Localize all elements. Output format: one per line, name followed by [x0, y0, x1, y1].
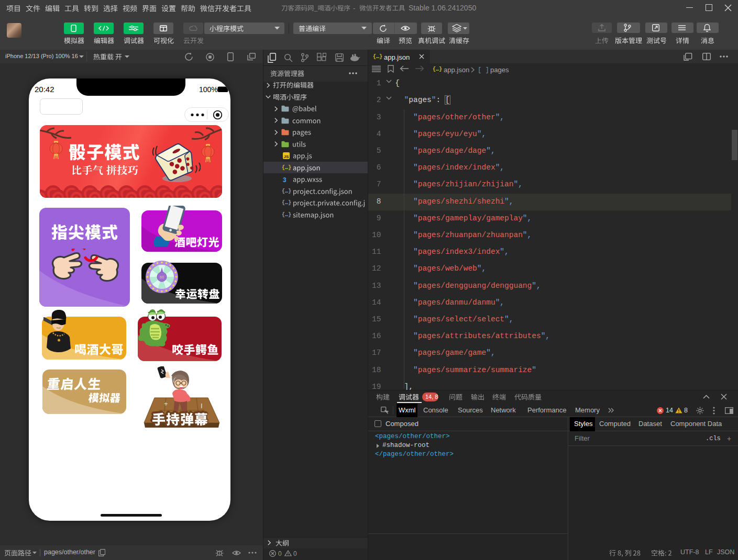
svg-text:60: 60 — [160, 275, 164, 279]
svg-text:I: I — [201, 402, 203, 410]
svg-text:+: + — [164, 400, 168, 408]
